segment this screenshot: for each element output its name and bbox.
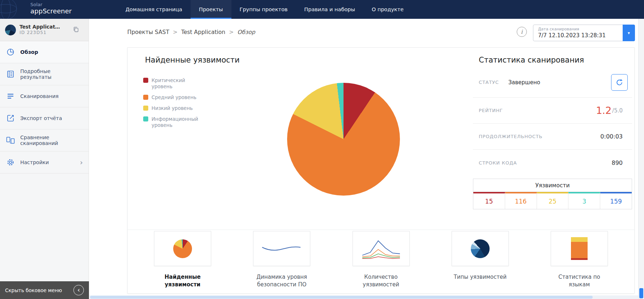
sidebar-item-detailed-results[interactable]: Подробные результаты — [0, 63, 89, 85]
thumbnails-divider — [128, 230, 634, 230]
breadcrumb-separator: > — [173, 29, 178, 35]
vuln-table-cell: 25 — [537, 192, 569, 209]
legend-label: Информационный уровень — [152, 116, 201, 128]
mini-pie-icon — [173, 239, 192, 258]
sidebar-item-label: Экспорт отчёта — [20, 115, 62, 121]
vuln-count: 116 — [515, 198, 526, 205]
thumbnail-label: Типы уязвимостей — [453, 273, 507, 281]
duration-value: 0:00:03 — [600, 133, 623, 140]
status-row: СТАТУС Завершено — [473, 67, 632, 98]
breadcrumb: Проекты SAST > Test Application > Обзор — [127, 29, 255, 35]
overview-pie-icon — [6, 47, 15, 57]
breadcrumb-projects-sast[interactable]: Проекты SAST — [127, 29, 169, 35]
rating-value: 1.2 — [596, 105, 611, 116]
vertical-scrollbar[interactable] — [638, 19, 644, 299]
nav-item-project-groups[interactable]: Группы проектов — [231, 0, 296, 19]
dropdown-arrow-icon: ▼ — [627, 31, 631, 35]
sidebar-item-label: Обзор — [20, 49, 38, 55]
export-report-icon — [6, 114, 15, 123]
sidebar-item-label: Настройки — [20, 159, 49, 165]
legend-label: Средний уровень — [152, 94, 196, 101]
lines-of-code-label: СТРОКИ КОДА — [479, 160, 517, 166]
sidebar-item-label: Сканирования — [20, 93, 59, 99]
pie-legend: Критический уровень Средний уровень Низк… — [143, 77, 201, 128]
collapse-sidebar-button[interactable]: Скрыть боковое меню ‹ — [0, 281, 89, 299]
legend-item-medium: Средний уровень — [143, 94, 201, 101]
main-nav: Домашняя страница Проекты Группы проекто… — [117, 0, 412, 19]
status-value: Завершено — [508, 79, 540, 86]
thumbnail-card[interactable] — [253, 231, 310, 266]
duration-label: ПРОДОЛЖИТЕЛЬНОСТЬ — [479, 134, 542, 139]
logo-line-solar: Solar — [30, 2, 72, 8]
scan-date-label: Дата сканирования — [538, 27, 579, 31]
nav-item-about[interactable]: О продукте — [363, 0, 412, 19]
overview-card: Найденные уязвимости Критический уровень… — [127, 47, 635, 294]
thumbnail-label: Найденные уязвимости — [155, 273, 210, 289]
sidebar-item-export-report[interactable]: Экспорт отчёта — [0, 107, 89, 129]
sidebar-item-settings[interactable]: Настройки › — [0, 151, 89, 174]
legend-swatch — [143, 95, 148, 100]
vuln-count: 3 — [582, 198, 586, 205]
horizontal-scrollbar-thumb[interactable] — [90, 296, 593, 299]
duration-row: ПРОДОЛЖИТЕЛЬНОСТЬ 0:00:03 — [473, 124, 632, 150]
main-content: Проекты SAST > Test Application > Обзор … — [89, 19, 638, 299]
scan-date-value: 7/7 12.10.2023 13:28:31 — [538, 32, 606, 39]
vulnerabilities-summary-table: Уязвимости 15 116 25 3 159 — [473, 179, 632, 209]
legend-item-critical: Критический уровень — [143, 77, 201, 90]
breadcrumb-current-overview: Обзор — [237, 29, 255, 35]
sidebar-item-overview[interactable]: Обзор — [0, 41, 89, 63]
thumbnail-label: Динамика уровня безопасности ПО — [255, 273, 309, 289]
chart-thumbnails-row: Найденные уязвимости Динамика уровня без… — [128, 231, 634, 289]
app-logo: Solar appScreener — [0, 0, 89, 19]
nav-item-home[interactable]: Домашняя страница — [117, 0, 191, 19]
vertical-scrollbar-thumb[interactable] — [639, 288, 643, 298]
rescan-button[interactable] — [611, 74, 628, 91]
compare-scans-icon — [6, 136, 15, 145]
thumbnail-card[interactable] — [452, 231, 509, 266]
thumbnail-label: Количество уязвимостей — [354, 273, 408, 289]
globe-decoration-icon — [0, 0, 24, 19]
info-icon[interactable]: i — [517, 27, 527, 37]
nav-item-rules[interactable]: Правила и наборы — [296, 0, 363, 19]
thumbnail-security-level-dynamics[interactable]: Динамика уровня безопасности ПО — [249, 231, 314, 289]
nav-item-projects[interactable]: Проекты — [191, 0, 231, 19]
thumbnail-vulnerability-types[interactable]: Типы уязвимостей — [448, 231, 513, 289]
rating-label: РЕЙТИНГ — [479, 108, 503, 113]
scan-date-selector[interactable]: Дата сканирования 7/7 12.10.2023 13:28:3… — [533, 25, 635, 41]
thumbnail-vulnerability-count[interactable]: Количество уязвимостей — [349, 231, 414, 289]
logo-line-appscreener: appScreener — [30, 8, 72, 15]
legend-swatch — [143, 106, 148, 111]
legend-label: Критический уровень — [152, 77, 201, 90]
detailed-results-icon — [6, 69, 15, 79]
mini-dark-pie-icon — [471, 239, 490, 258]
scan-statistics-title: Статистика сканирования — [473, 48, 632, 67]
thumbnail-card[interactable] — [353, 231, 410, 266]
thumbnail-language-statistics[interactable]: Статистика по языкам — [547, 231, 612, 289]
legend-swatch — [143, 78, 148, 83]
thumbnail-card[interactable] — [551, 231, 608, 266]
status-label: СТАТУС — [479, 80, 499, 85]
breadcrumb-test-application[interactable]: Test Application — [181, 29, 225, 35]
scan-date-dropdown-button[interactable]: ▼ — [623, 25, 635, 41]
legend-item-info: Информационный уровень — [143, 116, 201, 128]
vuln-table-cell: 3 — [568, 192, 600, 209]
vulnerabilities-pie — [287, 83, 400, 196]
thumbnail-card[interactable] — [154, 231, 211, 266]
copy-project-id-button[interactable] — [73, 26, 79, 34]
vuln-table-cell: 159 — [600, 192, 632, 209]
legend-label: Низкий уровень — [152, 105, 193, 111]
legend-item-low: Низкий уровень — [143, 105, 201, 111]
sidebar-item-scans[interactable]: Сканирования — [0, 85, 89, 107]
project-avatar — [5, 25, 16, 35]
chevron-right-icon: › — [80, 159, 83, 166]
copy-icon — [73, 26, 79, 33]
sidebar-item-label: Сравнение сканирований — [20, 134, 83, 146]
sidebar-item-compare-scans[interactable]: Сравнение сканирований — [0, 129, 89, 151]
thumbnail-found-vulnerabilities[interactable]: Найденные уязвимости — [150, 231, 215, 289]
gear-icon — [6, 158, 15, 167]
sidebar: Test Applicat… ID 223D51 Обзор — [0, 19, 89, 299]
vuln-table-title: Уязвимости — [473, 179, 632, 192]
project-id: ID 223D51 — [20, 30, 60, 36]
project-name: Test Applicat… — [20, 24, 60, 30]
horizontal-scrollbar[interactable] — [89, 295, 638, 299]
